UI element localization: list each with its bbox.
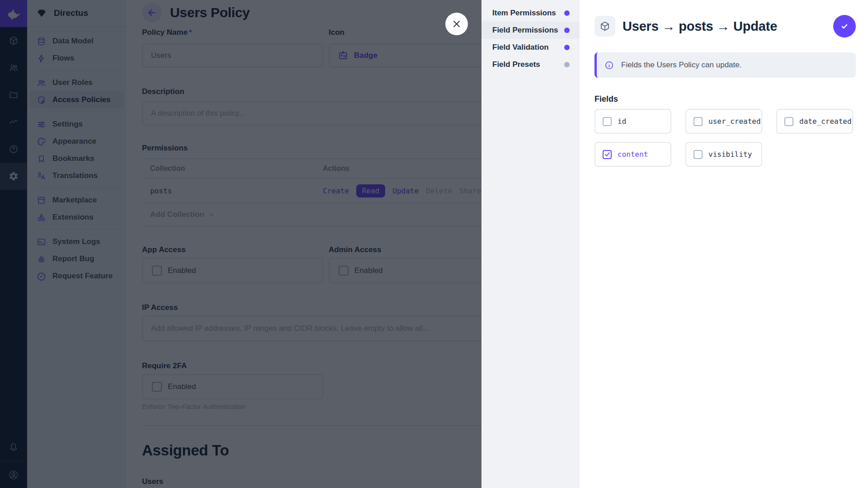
fields-section-label: Fields: [594, 94, 856, 104]
close-icon: [452, 19, 462, 29]
drawer-content: Users → posts → Update Fields the Users …: [580, 0, 868, 488]
tab-field-presets[interactable]: Field Presets: [481, 56, 580, 73]
tab-item-permissions[interactable]: Item Permissions: [481, 5, 580, 22]
field-card-id[interactable]: id: [594, 109, 671, 134]
field-checkbox[interactable]: [693, 117, 703, 126]
field-card-date-created[interactable]: date_created: [776, 109, 853, 134]
field-card-user-created[interactable]: user_created: [685, 109, 762, 134]
status-dot: [564, 62, 570, 67]
drawer-navigation: Item Permissions Field Permissions Field…: [481, 0, 580, 488]
field-checkbox[interactable]: [603, 117, 612, 126]
drawer-title: Users → posts → Update: [623, 19, 777, 34]
field-card-content[interactable]: content: [594, 142, 671, 167]
status-dot: [564, 10, 570, 16]
check-icon: [839, 21, 850, 32]
info-banner: Fields the Users Policy can update.: [594, 52, 856, 78]
info-icon: [604, 61, 614, 70]
tab-field-validation[interactable]: Field Validation: [481, 39, 580, 56]
status-dot: [564, 45, 570, 50]
status-dot: [564, 28, 570, 33]
close-drawer-button[interactable]: [445, 13, 468, 35]
save-button[interactable]: [833, 15, 856, 38]
field-checkbox[interactable]: [784, 117, 793, 126]
fields-grid: id user_created date_created content vis…: [594, 109, 856, 167]
collection-icon-chip: [594, 16, 615, 37]
tab-field-permissions[interactable]: Field Permissions: [481, 22, 580, 39]
drawer-header: Users → posts → Update: [594, 15, 856, 38]
cube-icon: [599, 21, 610, 32]
permissions-drawer: Item Permissions Field Permissions Field…: [481, 0, 868, 488]
field-card-visibility[interactable]: visibility: [685, 142, 762, 167]
banner-text: Fields the Users Policy can update.: [621, 61, 741, 70]
field-checkbox-checked[interactable]: [603, 150, 612, 159]
field-checkbox[interactable]: [693, 150, 703, 159]
